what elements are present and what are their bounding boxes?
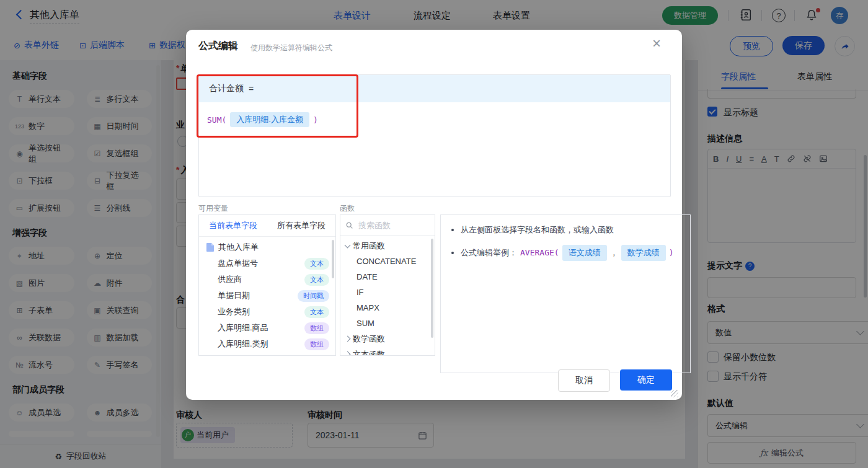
tip-example-prefix: 公式编辑举例： bbox=[461, 247, 517, 259]
function-item[interactable]: SUM bbox=[340, 316, 435, 331]
function-item-label: IF bbox=[356, 288, 364, 297]
function-group-math[interactable]: 数学函数 bbox=[340, 331, 435, 347]
example-function-name: AVERAGE( bbox=[520, 247, 559, 259]
tip-line-2: 公式编辑举例： AVERAGE( 语文成绩 ， 数学成绩 ) bbox=[461, 245, 680, 261]
comma: ， bbox=[610, 247, 618, 259]
modal-subtitle: 使用数学运算符编辑公式 bbox=[250, 43, 332, 53]
chevron-down-icon bbox=[345, 242, 351, 248]
variable-name: 入库明细.类别 bbox=[218, 338, 268, 350]
type-badge: 文本 bbox=[304, 306, 329, 318]
variable-row[interactable]: 盘点单据号文本 bbox=[199, 255, 335, 272]
function-item-label: CONCATENATE bbox=[356, 257, 416, 266]
closing-paren: ) bbox=[313, 115, 318, 125]
resize-grip[interactable] bbox=[671, 390, 678, 397]
formula-tips-panel: 从左侧面板选择字段名和函数，或输入函数 公式编辑举例： AVERAGE( 语文成… bbox=[440, 214, 691, 373]
function-search-input[interactable] bbox=[357, 220, 422, 231]
type-badge: 数组 bbox=[304, 338, 329, 350]
function-item[interactable]: DATE bbox=[340, 269, 435, 285]
functions-panel: 常用函数 CONCATENATE DATE IF MAPX SUM 数学函数 文… bbox=[340, 214, 435, 356]
formula-target-field: 合计金额 bbox=[209, 83, 244, 94]
function-item[interactable]: MAPX bbox=[340, 300, 435, 316]
equals-sign: = bbox=[249, 84, 254, 94]
variables-scrollbar[interactable] bbox=[332, 240, 334, 278]
confirm-button[interactable]: 确定 bbox=[620, 369, 672, 391]
function-search[interactable] bbox=[340, 215, 435, 236]
formula-edit-modal: 公式编辑 使用数学运算符编辑公式 × 合计金额 = SUM( 入库明细.入库金额… bbox=[186, 30, 682, 400]
chevron-right-icon bbox=[345, 336, 351, 342]
cancel-button[interactable]: 取消 bbox=[558, 369, 610, 392]
modal-title: 公式编辑 bbox=[198, 40, 238, 53]
function-item[interactable]: CONCATENATE bbox=[340, 254, 435, 269]
variable-row[interactable]: 入库明细.商品数组 bbox=[199, 320, 335, 336]
variable-row[interactable]: 入库明细.类别数组 bbox=[199, 336, 335, 352]
formula-target-band: 合计金额 = bbox=[199, 75, 670, 102]
function-group-label: 常用函数 bbox=[353, 241, 385, 252]
close-icon[interactable]: × bbox=[652, 36, 661, 51]
tree-root[interactable]: 其他入库单 bbox=[199, 239, 335, 255]
type-badge: 文本 bbox=[304, 258, 329, 270]
tip-line-1: 从左侧面板选择字段名和函数，或输入函数 bbox=[461, 224, 680, 236]
variable-name: 供应商 bbox=[218, 274, 242, 285]
functions-section-label: 函数 bbox=[340, 203, 355, 214]
example-field-chip: 语文成绩 bbox=[562, 245, 607, 261]
functions-scrollbar[interactable] bbox=[431, 239, 433, 338]
variable-name: 单据日期 bbox=[218, 290, 250, 301]
document-icon bbox=[206, 243, 214, 252]
variable-name: 业务类别 bbox=[218, 306, 250, 317]
tree-root-label: 其他入库单 bbox=[218, 242, 259, 253]
variable-row[interactable]: 业务类别文本 bbox=[199, 304, 335, 320]
function-name: SUM( bbox=[207, 115, 226, 125]
example-closing-paren: ) bbox=[669, 247, 674, 259]
variables-tabs: 当前表单字段 所有表单字段 bbox=[199, 215, 335, 237]
type-badge: 时间戳 bbox=[298, 290, 329, 302]
variable-name: 盘点单据号 bbox=[218, 258, 258, 269]
field-reference-chip[interactable]: 入库明细.入库金额 bbox=[230, 112, 309, 127]
formula-expression[interactable]: SUM( 入库明细.入库金额 ) bbox=[199, 102, 670, 127]
variables-section-label: 可用变量 bbox=[198, 203, 228, 214]
search-icon bbox=[345, 221, 353, 229]
formula-editor[interactable]: 合计金额 = SUM( 入库明细.入库金额 ) bbox=[198, 74, 671, 197]
function-item-label: MAPX bbox=[356, 303, 379, 312]
variable-name: 入库明细.商品 bbox=[218, 322, 268, 333]
variable-row[interactable]: 单据日期时间戳 bbox=[199, 288, 335, 304]
function-group-label: 文本函数 bbox=[353, 349, 385, 356]
function-item-label: DATE bbox=[356, 272, 378, 281]
example-field-chip: 数学成绩 bbox=[621, 245, 666, 261]
chevron-right-icon bbox=[345, 351, 351, 356]
function-item[interactable]: IF bbox=[340, 285, 435, 300]
variables-panel: 当前表单字段 所有表单字段 其他入库单 盘点单据号文本 供应商文本 单据日期时间… bbox=[198, 214, 336, 356]
function-item-label: SUM bbox=[356, 319, 374, 328]
function-group-common[interactable]: 常用函数 bbox=[340, 238, 435, 254]
variable-row[interactable]: 供应商文本 bbox=[199, 272, 335, 288]
function-group-label: 数学函数 bbox=[353, 333, 385, 345]
type-badge: 文本 bbox=[304, 274, 329, 286]
tab-all-form-fields[interactable]: 所有表单字段 bbox=[267, 215, 335, 236]
type-badge: 数组 bbox=[304, 322, 329, 334]
function-group-text[interactable]: 文本函数 bbox=[340, 347, 435, 356]
tab-current-form-fields[interactable]: 当前表单字段 bbox=[199, 215, 267, 236]
